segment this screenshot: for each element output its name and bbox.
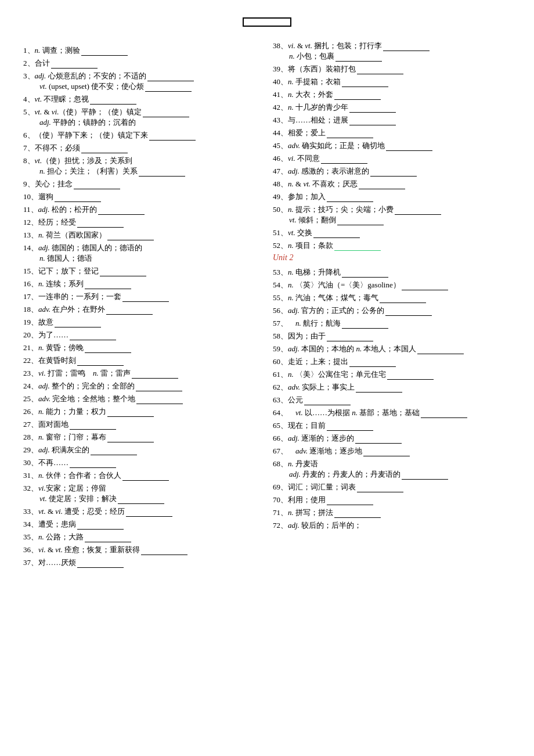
list-item: 8、vt.（使）担忧；涉及；关系到n. 担心；关注；（利害）关系 bbox=[23, 156, 261, 177]
list-item: 48、n. & vt. 不喜欢；厌恶 bbox=[273, 179, 511, 189]
list-item: 24、adj. 整个的；完全的；全部的 bbox=[23, 381, 261, 391]
list-item: 12、经历；经受 bbox=[23, 217, 261, 228]
list-item: 27、面对面地 bbox=[23, 419, 261, 430]
list-item: 23、vi. 打雷；雷鸣 n. 雷；雷声 bbox=[23, 368, 261, 379]
list-item: 2、合计 bbox=[23, 58, 261, 69]
right-column: 38、vi. & vt. 捆扎；包装；打行李 n. 小包；包裹 39、将（东西）… bbox=[273, 41, 511, 570]
list-item: 35、n. 公路；大路 bbox=[23, 532, 261, 542]
list-item: 9、关心；挂念 bbox=[23, 179, 261, 189]
list-item: 51、vt. 交换 bbox=[273, 228, 511, 238]
list-item: 40、n. 手提箱；衣箱 bbox=[273, 77, 511, 87]
list-item: 57、 n. 航行；航海 bbox=[273, 318, 511, 329]
list-item: 36、vi. & vt. 痊愈；恢复；重新获得 bbox=[23, 545, 261, 555]
list-item: 54、n. 〈英〉汽油（=〈美〉gasoline） bbox=[273, 280, 511, 290]
list-item: 32、vi.安家；定居；停留vt. 使定居；安排；解决 bbox=[23, 483, 261, 504]
list-item: 68、n. 丹麦语adj. 丹麦的；丹麦人的；丹麦语的 bbox=[273, 459, 511, 480]
list-item: 72、adj. 较后的；后半的； bbox=[273, 520, 511, 531]
list-item: 56、adj. 官方的；正式的；公务的 bbox=[273, 305, 511, 316]
list-item: 58、因为；由于 bbox=[273, 331, 511, 341]
list-item: 52、n. 项目；条款 bbox=[273, 240, 511, 251]
list-item: 30、不再…… bbox=[23, 458, 261, 468]
list-item: 6、（使）平静下来；（使）镇定下来 bbox=[23, 130, 261, 141]
list-item: 5、vt. & vi.（使）平静；（使）镇定 adj. 平静的；镇静的；沉着的 bbox=[23, 107, 261, 128]
list-item: 69、词汇；词汇量；词表 bbox=[273, 482, 511, 492]
list-item: 7、不得不；必须 bbox=[23, 143, 261, 153]
list-item: 50、n. 提示；技巧；尖；尖端；小费 vt. 倾斜；翻倒 bbox=[273, 204, 511, 225]
unit2-title: Unit 2 bbox=[273, 253, 511, 262]
list-item: 49、参加；加入 bbox=[273, 192, 511, 202]
list-item: 64、 vt. 以……为根据 n. 基部；基地；基础 bbox=[273, 408, 511, 418]
list-item: 11、adj. 松的；松开的 bbox=[23, 204, 261, 215]
list-item: 67、 adv. 逐渐地；逐步地 bbox=[273, 446, 511, 456]
left-entries: 1、n. 调查；测验 2、合计 3、adj. 心烦意乱的；不安的；不适的 vt.… bbox=[23, 45, 261, 568]
list-item: 21、n. 黄昏；傍晚 bbox=[23, 343, 261, 353]
list-item: 22、在黄昏时刻 bbox=[23, 355, 261, 366]
list-item: 47、adj. 感激的；表示谢意的 bbox=[273, 166, 511, 177]
list-item: 70、利用；使用 bbox=[273, 495, 511, 505]
list-item: 18、adv. 在户外；在野外 bbox=[23, 304, 261, 315]
list-item: 29、adj. 积满灰尘的 bbox=[23, 445, 261, 455]
list-item: 26、n. 能力；力量；权力 bbox=[23, 406, 261, 417]
list-item: 33、vt. & vi. 遭受；忍受；经历 bbox=[23, 506, 261, 517]
list-item: 62、adv. 实际上；事实上 bbox=[273, 382, 511, 393]
list-item: 45、adv. 确实如此；正是；确切地 bbox=[273, 141, 511, 151]
list-item: 59、adj. 本国的；本地的 n. 本地人；本国人 bbox=[273, 344, 511, 354]
list-item: 3、adj. 心烦意乱的；不安的；不适的 vt. (upset, upset) … bbox=[23, 71, 261, 92]
list-item: 66、adj. 逐渐的；逐步的 bbox=[273, 433, 511, 444]
list-item: 34、遭受；患病 bbox=[23, 519, 261, 530]
list-item: 28、n. 窗帘；门帘；幕布 bbox=[23, 432, 261, 442]
list-item: 19、故意 bbox=[23, 317, 261, 327]
list-item: 46、vi. 不同意 bbox=[273, 153, 511, 164]
page-title bbox=[243, 17, 291, 27]
list-item: 71、n. 拼写；拼法 bbox=[273, 507, 511, 518]
list-item: 37、对……厌烦 bbox=[23, 557, 261, 568]
list-item: 4、vt. 不理睬；忽视 bbox=[23, 94, 261, 105]
list-item: 42、n. 十几岁的青少年 bbox=[273, 102, 511, 113]
list-item: 20、为了…… bbox=[23, 330, 261, 340]
list-item: 25、adv. 完全地；全然地；整个地 bbox=[23, 394, 261, 404]
list-item: 43、与……相处；进展 bbox=[273, 115, 511, 125]
list-item: 63、公元 bbox=[273, 395, 511, 405]
list-item: 31、n. 伙伴；合作者；合伙人 bbox=[23, 470, 261, 481]
list-item: 55、n. 汽油；气体；煤气；毒气 bbox=[273, 293, 511, 303]
list-item: 1、n. 调查；测验 bbox=[23, 45, 261, 56]
list-item: 53、n. 电梯；升降机 bbox=[273, 267, 511, 278]
list-item: 61、n. 〈美〉公寓住宅；单元住宅 bbox=[273, 369, 511, 380]
list-item: 60、走近；上来；提出 bbox=[273, 357, 511, 367]
left-column: 1、n. 调查；测验 2、合计 3、adj. 心烦意乱的；不安的；不适的 vt.… bbox=[23, 41, 261, 570]
list-item: 15、记下；放下；登记 bbox=[23, 266, 261, 276]
list-item: 16、n. 连续；系列 bbox=[23, 279, 261, 289]
list-item: 44、相爱；爱上 bbox=[273, 128, 511, 138]
list-item: 14、adj. 德国的；德国人的；德语的n. 德国人；德语 bbox=[23, 243, 261, 264]
list-item: 10、遛狗 bbox=[23, 192, 261, 202]
list-item: 39、将（东西）装箱打包 bbox=[273, 64, 511, 74]
list-item: 13、n. 荷兰（西欧国家） bbox=[23, 230, 261, 240]
right-entries: 38、vi. & vt. 捆扎；包装；打行李 n. 小包；包裹 39、将（东西）… bbox=[273, 41, 511, 531]
list-item: 38、vi. & vt. 捆扎；包装；打行李 n. 小包；包裹 bbox=[273, 41, 511, 62]
list-item: 41、n. 大衣；外套 bbox=[273, 89, 511, 100]
list-item: 65、现在；目前 bbox=[273, 420, 511, 431]
list-item: 17、一连串的；一系列；一套 bbox=[23, 291, 261, 302]
